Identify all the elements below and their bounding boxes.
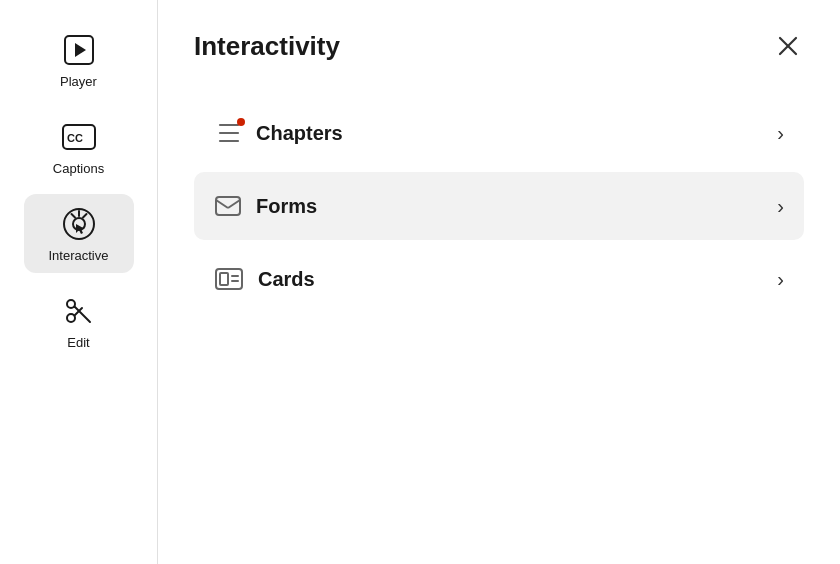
menu-item-chapters[interactable]: Chapters ›: [194, 98, 804, 168]
page-title: Interactivity: [194, 31, 340, 62]
svg-rect-19: [220, 273, 228, 285]
sidebar-item-player-label: Player: [60, 74, 97, 89]
cards-label: Cards: [258, 268, 315, 291]
sidebar-item-edit[interactable]: Edit: [24, 281, 134, 360]
close-button[interactable]: [772, 30, 804, 62]
chapters-notification-dot: [237, 118, 245, 126]
svg-line-17: [228, 200, 240, 208]
svg-text:CC: CC: [67, 132, 83, 144]
svg-line-16: [216, 200, 228, 208]
sidebar-item-interactive[interactable]: Interactive: [24, 194, 134, 273]
menu-item-cards[interactable]: Cards ›: [194, 244, 804, 314]
chapters-label: Chapters: [256, 122, 343, 145]
svg-rect-15: [216, 197, 240, 215]
cards-chevron-icon: ›: [777, 268, 784, 291]
main-panel: Interactivity Chapters ›: [158, 0, 840, 564]
interactive-icon: [61, 206, 97, 242]
sidebar-item-captions[interactable]: CC Captions: [24, 107, 134, 186]
sidebar-item-captions-label: Captions: [53, 161, 104, 176]
cards-icon: [214, 266, 244, 292]
captions-icon: CC: [61, 119, 97, 155]
player-icon: [61, 32, 97, 68]
forms-icon: [214, 194, 242, 218]
svg-marker-1: [75, 43, 86, 57]
sidebar: Player CC Captions Interactive: [0, 0, 158, 564]
sidebar-item-edit-label: Edit: [67, 335, 89, 350]
forms-label: Forms: [256, 195, 317, 218]
edit-icon: [61, 293, 97, 329]
chapters-icon: [214, 120, 242, 146]
main-header: Interactivity: [194, 30, 804, 62]
sidebar-item-interactive-label: Interactive: [49, 248, 109, 263]
sidebar-item-player[interactable]: Player: [24, 20, 134, 99]
chapters-chevron-icon: ›: [777, 122, 784, 145]
menu-item-forms[interactable]: Forms ›: [194, 172, 804, 240]
forms-chevron-icon: ›: [777, 195, 784, 218]
